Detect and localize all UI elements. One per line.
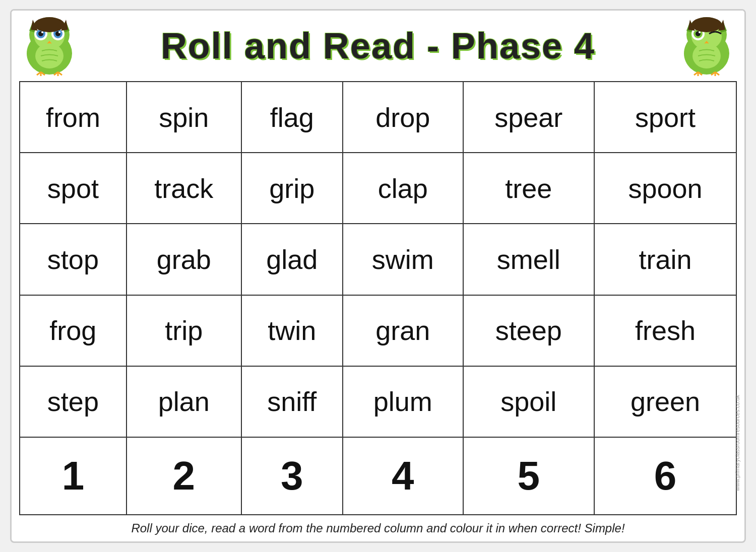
grid-cell: spot	[20, 153, 127, 224]
grid-cell: drop	[343, 82, 463, 153]
grid-cell: sniff	[241, 366, 343, 437]
svg-point-41	[691, 17, 722, 32]
grid-cell: spear	[463, 82, 594, 153]
grid-cell: green	[594, 366, 736, 437]
grid-cell: gran	[343, 295, 463, 366]
grid-cell: steep	[463, 295, 594, 366]
grid-cell: glad	[241, 224, 343, 295]
grid-cell: twin	[241, 295, 343, 366]
svg-point-34	[692, 43, 721, 68]
owl-left-icon	[22, 16, 77, 76]
grid-cell: 3	[241, 437, 343, 515]
page-title: Roll and Read - Phase 4	[161, 25, 595, 66]
grid-cell: tree	[463, 153, 594, 224]
grid-cell: 6	[594, 437, 736, 515]
grid-cell: spin	[127, 82, 241, 153]
grid-cell: plum	[343, 366, 463, 437]
header: Roll and Read - Phase 4	[12, 11, 744, 81]
grid-cell: swim	[343, 224, 463, 295]
footer-text: Roll your dice, read a word from the num…	[12, 515, 744, 541]
page: Roll and Read - Phase 4	[10, 9, 746, 543]
grid-cell: clap	[343, 153, 463, 224]
grid-cell: spoon	[594, 153, 736, 224]
grid-cell: spoil	[463, 366, 594, 437]
grid-cell: stop	[20, 224, 127, 295]
owl-right-icon	[679, 16, 734, 76]
grid-cell: 2	[127, 437, 241, 515]
svg-point-12	[58, 31, 60, 33]
grid-cell: trip	[127, 295, 241, 366]
grid-cell: track	[127, 153, 241, 224]
grid-cell: frog	[20, 295, 127, 366]
watermark: www.primaryclassroomresources.co.uk	[734, 395, 740, 491]
grid-container: fromspinflagdropspearsportspottrackgripc…	[12, 81, 744, 515]
grid-cell: train	[594, 224, 736, 295]
grid-cell: 5	[463, 437, 594, 515]
svg-point-21	[34, 17, 65, 32]
grid-cell: from	[20, 82, 127, 153]
grid-cell: smell	[463, 224, 594, 295]
svg-point-14	[35, 43, 64, 68]
grid-cell: sport	[594, 82, 736, 153]
grid-cell: 1	[20, 437, 127, 515]
grid-cell: grab	[127, 224, 241, 295]
grid-cell: grip	[241, 153, 343, 224]
grid-cell: plan	[127, 366, 241, 437]
grid-cell: fresh	[594, 295, 736, 366]
grid-cell: step	[20, 366, 127, 437]
word-grid: fromspinflagdropspearsportspottrackgripc…	[19, 81, 737, 515]
grid-cell: flag	[241, 82, 343, 153]
grid-cell: 4	[343, 437, 463, 515]
